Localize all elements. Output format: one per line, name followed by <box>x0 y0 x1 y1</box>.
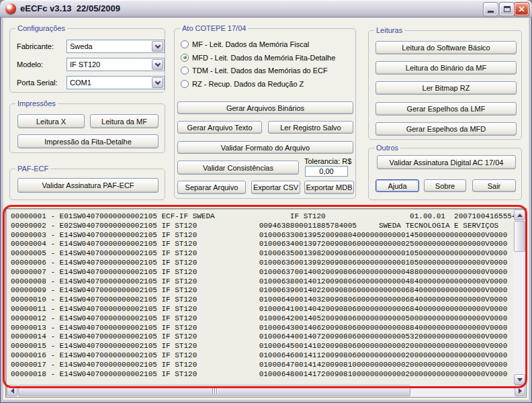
vertical-scrollbar[interactable] <box>514 210 525 385</box>
fabricante-value: Sweda <box>70 42 93 50</box>
arrow-down-icon <box>517 378 523 382</box>
fabricante-dropdown-button[interactable] <box>152 41 163 52</box>
group-configuracoes: Configurações Fabricante: Sweda Modelo: … <box>9 28 165 93</box>
group-paf-ecf-title: PAF-ECF <box>15 164 50 173</box>
ajuda-button[interactable]: Ajuda <box>375 179 419 192</box>
log-line: 00000017 - E14SW04070000000002105 IF ST1… <box>11 361 514 370</box>
log-content[interactable]: 00000001 - E01SW04070000000002105 ECF-IF… <box>7 210 514 385</box>
thumb-grip-icon <box>214 388 215 394</box>
chevron-down-icon <box>154 42 160 48</box>
log-textbox[interactable]: 00000001 - E01SW04070000000002105 ECF-IF… <box>5 208 527 398</box>
log-line: 00000018 - E14SW04070000000002105 IF ST1… <box>11 370 514 379</box>
horizontal-scrollbar[interactable] <box>7 385 525 396</box>
validar-assinatura-paf-ecf-button[interactable]: Validar Assinatura PAF-ECF <box>17 178 159 193</box>
gerar-arquivo-texto-button[interactable]: Gerar Arquivo Texto <box>177 121 262 134</box>
porta-serial-combobox[interactable]: COM1 <box>66 76 165 89</box>
arrow-up-icon <box>517 214 523 217</box>
log-line: 00000004 - E14SW04070000000002105 IF ST1… <box>11 240 514 249</box>
modelo-dropdown-button[interactable] <box>152 59 163 70</box>
fabricante-label: Fabricante: <box>17 42 54 50</box>
log-line: 00000012 - E14SW04070000000002105 IF ST1… <box>11 314 514 324</box>
log-line: 00000002 - E02SW04070000000002105 IF ST1… <box>11 222 514 231</box>
ler-bitmap-rz-button[interactable]: Ler Bitmap RZ <box>375 81 517 95</box>
separar-arquivo-button[interactable]: Separar Arquivo <box>177 181 246 194</box>
gerar-arquivos-binarios-button[interactable]: Gerar Arquivos Binários <box>177 101 353 114</box>
group-impressoes: Impressões Leitura X Leitura da MF Impre… <box>9 103 165 153</box>
group-leituras: Leituras Leitura do Software Básico Leit… <box>368 30 522 140</box>
leitura-binario-mf-button[interactable]: Leitura do Binário da MF <box>375 61 517 75</box>
arrow-left-icon <box>11 388 14 394</box>
log-line: 00000007 - E14SW04070000000002105 IF ST1… <box>11 268 514 277</box>
radio-icon[interactable] <box>181 80 189 88</box>
radio-tdm[interactable]: TDM - Leit. Dados das Memórias do ECF <box>181 66 328 75</box>
group-ato-cotepe: Ato COTEPE 17/04 MF - Leit. Dados da Mem… <box>174 28 356 199</box>
radio-icon[interactable] <box>181 66 189 75</box>
sair-button[interactable]: Sair <box>472 179 516 192</box>
group-outros-title: Outros <box>374 143 400 152</box>
ler-registro-salvo-button[interactable]: Ler Registro Salvo <box>268 121 353 134</box>
tolerancia-label: Tolerancia: R$ <box>304 157 351 165</box>
horizontal-scroll-thumb[interactable] <box>18 385 410 396</box>
close-icon: ✕ <box>518 5 525 13</box>
scroll-right-button[interactable] <box>515 385 525 396</box>
leitura-software-basico-button[interactable]: Leitura do Software Básico <box>375 41 517 54</box>
app-window: eECFc v3.13 22/05/2009 ✕ Configurações F… <box>0 0 532 403</box>
radio-label: RZ - Recup. Dados da Redução Z <box>192 80 304 88</box>
radio-rz[interactable]: RZ - Recup. Dados da Redução Z <box>181 79 304 89</box>
minimize-button[interactable] <box>484 3 498 15</box>
tolerancia-input[interactable] <box>305 166 348 177</box>
sobre-button[interactable]: Sobre <box>424 179 466 192</box>
radio-mf[interactable]: MF - Leit. Dados da Memória Fiscal <box>181 40 309 49</box>
log-line: 00000006 - E14SW04070000000002105 IF ST1… <box>11 259 514 268</box>
validar-formato-arquivo-button[interactable]: Validar Formato do Arquivo <box>177 141 353 154</box>
group-configuracoes-title: Configurações <box>15 24 67 33</box>
group-outros: Outros Validar Assinatura Digital AC 17/… <box>368 148 522 200</box>
exportar-csv-button[interactable]: Exportar CSV <box>251 181 300 194</box>
fabricante-combobox[interactable]: Sweda <box>66 40 165 53</box>
maximize-button[interactable] <box>500 3 514 15</box>
radio-mfd[interactable]: MFD - Leit. Dados da Memória Fita-Detalh… <box>181 53 335 62</box>
thumb-grip-icon <box>216 388 217 394</box>
modelo-value: IF ST120 <box>70 60 100 69</box>
radio-label: TDM - Leit. Dados das Memórias do ECF <box>192 66 328 75</box>
scroll-up-button[interactable] <box>514 210 525 220</box>
validar-consistencias-button[interactable]: Validar Consistências <box>177 161 299 175</box>
group-impressoes-title: Impressões <box>15 99 58 108</box>
log-line: 00000015 - E14SW04070000000002105 IF ST1… <box>11 342 514 351</box>
impressao-fita-detalhe-button[interactable]: Impressão da Fita-Detalhe <box>17 134 159 148</box>
radio-label: MFD - Leit. Dados da Memória Fita-Detalh… <box>192 54 335 62</box>
log-line: 00000013 - E14SW04070000000002105 IF ST1… <box>11 324 514 333</box>
exportar-mdb-button[interactable]: Exportar MDB <box>304 181 354 194</box>
radio-icon[interactable] <box>181 40 189 48</box>
log-line: 00000016 - E14SW04070000000002105 IF ST1… <box>11 351 514 361</box>
leitura-x-button[interactable]: Leitura X <box>17 114 85 128</box>
log-line: 00000011 - E14SW04070000000002105 IF ST1… <box>11 305 514 314</box>
gerar-espelhos-mfd-button[interactable]: Gerar Espelhos da MFD <box>375 122 517 136</box>
radio-icon[interactable] <box>181 54 189 62</box>
porta-serial-dropdown-button[interactable] <box>152 77 163 88</box>
porta-serial-value: COM1 <box>70 79 91 87</box>
log-line: 00000005 - E14SW04070000000002105 IF ST1… <box>11 249 514 259</box>
chevron-down-icon <box>154 79 160 84</box>
scroll-left-button[interactable] <box>7 385 17 396</box>
leitura-da-mf-button[interactable]: Leitura da MF <box>90 114 159 128</box>
validar-assinatura-digital-ac-button[interactable]: Validar Assinatura Digital AC 17/04 <box>377 155 516 169</box>
thumb-grip-icon <box>212 388 213 394</box>
log-line: 00000003 - E14SW04070000000002105 IF ST1… <box>11 231 514 240</box>
log-line: 00000014 - E14SW04070000000002105 IF ST1… <box>11 332 514 342</box>
title-bar: eECFc v3.13 22/05/2009 ✕ <box>0 0 532 17</box>
vertical-scroll-thumb[interactable] <box>514 221 525 252</box>
group-paf-ecf: PAF-ECF Validar Assinatura PAF-ECF <box>9 169 165 200</box>
arrow-right-icon <box>519 388 522 394</box>
chevron-down-icon <box>154 60 160 66</box>
gerar-espelhos-lmf-button[interactable]: Gerar Espelhos da LMF <box>375 102 517 116</box>
window-title: eECFc v3.13 22/05/2009 <box>20 3 120 13</box>
log-line: 00000001 - E01SW04070000000002105 ECF-IF… <box>11 212 514 222</box>
close-button[interactable]: ✕ <box>515 3 529 15</box>
minimize-icon <box>488 11 494 13</box>
maximize-icon <box>504 6 511 12</box>
modelo-combobox[interactable]: IF ST120 <box>66 58 165 71</box>
log-line: 00000010 - E14SW04070000000002105 IF ST1… <box>11 296 514 305</box>
group-ato-cotepe-title: Ato COTEPE 17/04 <box>180 24 248 33</box>
scroll-down-button[interactable] <box>514 374 525 385</box>
